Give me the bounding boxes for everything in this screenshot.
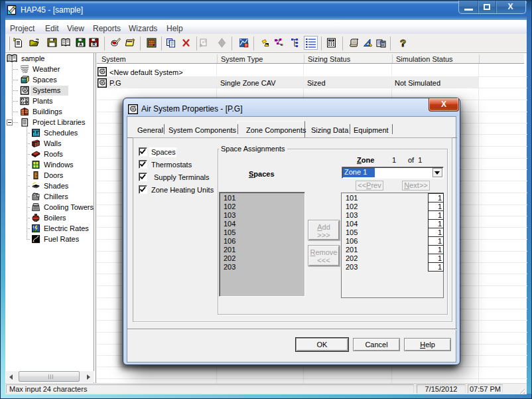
svg-text:A: A bbox=[79, 42, 82, 46]
svg-text:?: ? bbox=[400, 37, 406, 48]
svg-text:x?: x? bbox=[202, 40, 207, 44]
svg-text:R: R bbox=[92, 42, 96, 46]
svg-text:8.88: 8.88 bbox=[330, 39, 334, 42]
